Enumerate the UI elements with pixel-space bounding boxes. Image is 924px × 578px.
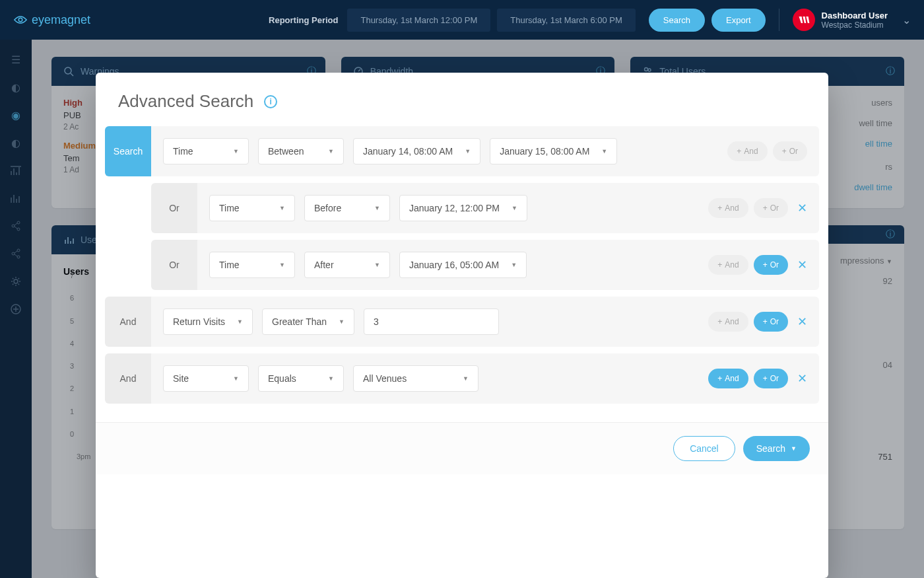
- remove-rule-icon[interactable]: ✕: [797, 201, 807, 215]
- rule-row: SearchTime▼Between▼January 14, 08:00 AM▼…: [105, 126, 819, 176]
- rule-actions: +And+Or✕: [708, 312, 807, 332]
- caret-down-icon: ▼: [374, 262, 380, 268]
- operator-select[interactable]: After▼: [304, 252, 390, 278]
- caret-down-icon: ▼: [279, 262, 285, 268]
- rule-row: OrTime▼After▼January 16, 05:00 AM▼+And+O…: [151, 240, 819, 290]
- caret-down-icon: ▼: [465, 148, 471, 155]
- field-select[interactable]: Time▼: [209, 252, 295, 278]
- user-name: Dashboard User: [822, 11, 888, 20]
- rule-label-and: And: [105, 353, 151, 404]
- avatar: [793, 9, 815, 31]
- rule-body: Site▼Equals▼All Venues▼+And+Or✕: [151, 353, 819, 404]
- caret-down-icon: ▼: [601, 148, 607, 155]
- rule-label-and: And: [105, 297, 151, 347]
- caret-down-icon: ▼: [233, 375, 239, 382]
- value-select-2[interactable]: January 15, 08:00 AM▼: [490, 138, 617, 164]
- operator-select[interactable]: Between▼: [258, 138, 344, 164]
- rules-container: SearchTime▼Between▼January 14, 08:00 AM▼…: [96, 126, 828, 422]
- add-and-button[interactable]: +And: [708, 369, 748, 388]
- caret-down-icon: ▼: [279, 205, 285, 211]
- svg-point-0: [18, 18, 22, 22]
- field-select[interactable]: Site▼: [163, 365, 249, 392]
- caret-down-icon: ▼: [237, 318, 243, 325]
- field-select[interactable]: Return Visits▼: [163, 308, 253, 335]
- add-or-button[interactable]: +Or: [754, 255, 788, 275]
- info-icon[interactable]: i: [264, 95, 277, 108]
- rule-row: AndReturn Visits▼Greater Than▼+And+Or✕: [105, 297, 819, 347]
- rule-label-search: Search: [105, 126, 151, 176]
- remove-rule-icon[interactable]: ✕: [797, 314, 807, 329]
- period-from-box[interactable]: Thursday, 1st March 12:00 PM: [347, 9, 490, 32]
- rule-row: AndSite▼Equals▼All Venues▼+And+Or✕: [105, 353, 819, 404]
- caret-down-icon: ▼: [233, 148, 239, 155]
- advanced-search-modal: Advanced Search i SearchTime▼Between▼Jan…: [96, 73, 828, 578]
- top-bar: eyemagnet Reporting Period Thursday, 1st…: [0, 0, 924, 40]
- add-and-button[interactable]: +And: [708, 255, 748, 275]
- modal-overlay: Advanced Search i SearchTime▼Between▼Jan…: [0, 40, 924, 578]
- rule-label-or: Or: [151, 240, 197, 290]
- user-venue: Westpac Stadium: [822, 20, 888, 30]
- reporting-period-label: Reporting Period: [269, 15, 338, 25]
- caret-down-icon: ▼: [512, 205, 517, 211]
- rule-actions: +And+Or✕: [708, 369, 807, 388]
- rule-body: Return Visits▼Greater Than▼+And+Or✕: [151, 297, 819, 347]
- modal-title: Advanced Search: [118, 91, 253, 112]
- add-or-button[interactable]: +Or: [754, 369, 788, 388]
- caret-down-icon: ▼: [791, 445, 797, 452]
- operator-select[interactable]: Greater Than▼: [262, 308, 354, 335]
- remove-rule-icon[interactable]: ✕: [797, 371, 807, 386]
- value-select-1[interactable]: All Venues▼: [353, 365, 478, 392]
- value-select-1[interactable]: January 14, 08:00 AM▼: [353, 138, 480, 164]
- rule-body: Time▼After▼January 16, 05:00 AM▼+And+Or✕: [197, 240, 819, 290]
- field-select[interactable]: Time▼: [209, 195, 295, 221]
- chevron-down-icon: ⌄: [902, 14, 911, 26]
- caret-down-icon: ▼: [374, 205, 380, 211]
- rule-actions: +And+Or: [727, 141, 807, 161]
- modal-search-button[interactable]: Search ▼: [743, 436, 810, 461]
- add-and-button[interactable]: +And: [727, 141, 767, 161]
- operator-select[interactable]: Equals▼: [258, 365, 344, 392]
- rule-row: OrTime▼Before▼January 12, 12:00 PM▼+And+…: [151, 183, 819, 233]
- period-to-box[interactable]: Thursday, 1st March 6:00 PM: [497, 9, 636, 32]
- caret-down-icon: ▼: [328, 148, 334, 155]
- user-menu[interactable]: Dashboard User Westpac Stadium ⌄: [793, 9, 911, 31]
- caret-down-icon: ▼: [463, 375, 469, 382]
- brand-text: eyemagnet: [32, 13, 90, 27]
- rule-actions: +And+Or✕: [708, 198, 807, 218]
- search-button[interactable]: Search: [649, 9, 705, 32]
- logo-icon: [13, 14, 28, 26]
- brand-logo[interactable]: eyemagnet: [13, 13, 90, 27]
- rule-body: Time▼Before▼January 12, 12:00 PM▼+And+Or…: [197, 183, 819, 233]
- export-button[interactable]: Export: [711, 9, 766, 32]
- add-or-button[interactable]: +Or: [754, 312, 788, 332]
- value-input[interactable]: [364, 308, 499, 335]
- divider: [779, 9, 779, 31]
- add-or-button[interactable]: +Or: [773, 141, 807, 161]
- add-or-button[interactable]: +Or: [754, 198, 788, 218]
- westpac-logo-icon: [797, 13, 810, 26]
- cancel-button[interactable]: Cancel: [673, 436, 735, 461]
- field-select[interactable]: Time▼: [163, 138, 249, 164]
- value-select-1[interactable]: January 16, 05:00 AM▼: [399, 252, 527, 278]
- caret-down-icon: ▼: [328, 375, 334, 382]
- operator-select[interactable]: Before▼: [304, 195, 390, 221]
- caret-down-icon: ▼: [339, 318, 345, 325]
- caret-down-icon: ▼: [511, 262, 517, 268]
- value-select-1[interactable]: January 12, 12:00 PM▼: [399, 195, 527, 221]
- rule-actions: +And+Or✕: [708, 255, 807, 275]
- rule-body: Time▼Between▼January 14, 08:00 AM▼Januar…: [151, 126, 819, 176]
- remove-rule-icon[interactable]: ✕: [797, 258, 807, 272]
- add-and-button[interactable]: +And: [708, 312, 748, 332]
- add-and-button[interactable]: +And: [708, 198, 748, 218]
- rule-label-or: Or: [151, 183, 197, 233]
